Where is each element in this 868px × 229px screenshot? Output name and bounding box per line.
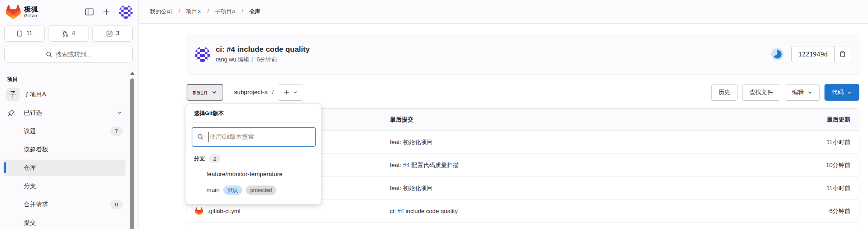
find-file-label: 查找文件	[749, 88, 773, 96]
path-separator: /	[272, 89, 274, 96]
sidebar: 极狐 GitLab	[0, 0, 139, 229]
breadcrumb-separator: /	[242, 8, 243, 14]
global-search-placeholder: 搜索或转到...	[56, 50, 91, 59]
project-name-label: 子项目A	[24, 90, 46, 99]
commit-message[interactable]: ci: #4 include code quality	[390, 208, 458, 214]
sidebar-divider	[0, 68, 138, 68]
sidebar-item-pinned[interactable]: 已钉选	[3, 105, 125, 121]
gitlab-ci-file-icon	[195, 207, 203, 215]
pin-icon	[8, 109, 15, 116]
commits-label: 提交	[24, 219, 36, 227]
active-indicator	[4, 162, 6, 173]
ref-dropdown-title: 选择Git版本	[186, 104, 321, 123]
protected-badge: protected	[246, 186, 276, 195]
history-label: 历史	[718, 88, 730, 96]
sidebar-nav: 项目 子 子项目A 已钉选 议题 7	[3, 72, 125, 229]
merge-requests-counter-button[interactable]: 4	[49, 25, 89, 42]
chevron-down-icon	[847, 90, 852, 95]
sidebar-item-merge-requests[interactable]: 合并请求 0	[3, 196, 125, 212]
issues-badge: 7	[110, 127, 123, 136]
breadcrumb: 我的公司 / 项目X / 子项目A / 仓库	[150, 8, 260, 15]
last-update-time: 10分钟前	[758, 161, 859, 169]
ref-search-input[interactable]	[192, 127, 316, 147]
code-dropdown-button[interactable]: 代码	[824, 84, 859, 101]
sidebar-scrollbar[interactable]	[130, 70, 135, 229]
sidebar-item-issue-boards[interactable]: 议题看板	[3, 141, 125, 157]
default-badge: 默认	[223, 186, 242, 195]
breadcrumb-separator: /	[207, 8, 209, 14]
sidebar-item-project[interactable]: 子 子项目A	[3, 86, 125, 102]
find-file-button[interactable]: 查找文件	[742, 84, 780, 101]
breadcrumb-repository[interactable]: 仓库	[249, 8, 260, 14]
repository-label: 仓库	[24, 164, 36, 172]
commit-message[interactable]: feat: 初始化项目	[390, 139, 433, 145]
gitlab-repository-page: 极狐 GitLab	[0, 0, 868, 229]
search-icon	[46, 51, 52, 58]
clipboard-copy-icon	[839, 51, 846, 58]
commit-sha: 1221949d	[792, 46, 834, 62]
commit-author-avatar[interactable]	[195, 47, 210, 62]
table-row-partial	[187, 223, 859, 229]
collapse-sidebar-icon[interactable]	[85, 8, 94, 16]
edit-dropdown-button[interactable]: 编辑	[785, 84, 820, 101]
main-content: ci: #4 include code quality rang wu 编辑于 …	[139, 24, 868, 229]
global-search-field[interactable]: 搜索或转到...	[4, 46, 133, 63]
breadcrumb-company[interactable]: 我的公司	[150, 8, 172, 14]
chevron-down-icon[interactable]	[117, 110, 123, 116]
gitlab-logo[interactable]: 极狐 GitLab	[6, 5, 38, 19]
breadcrumb-separator: /	[178, 8, 180, 14]
scrollbar-thumb[interactable]	[130, 78, 134, 229]
sidebar-item-issues[interactable]: 议题 7	[3, 123, 125, 139]
text-cursor	[208, 132, 209, 142]
commit-message[interactable]: feat: 初始化项目	[390, 185, 433, 191]
ref-selector-dropdown: 选择Git版本 分支 2 feature/monitor-temperature…	[186, 104, 321, 205]
branch-option-main[interactable]: main 默认 protected	[186, 182, 321, 198]
sidebar-item-commits[interactable]: 提交	[3, 215, 125, 229]
issues-label: 议题	[24, 127, 36, 135]
last-update-time: 11小时前	[758, 184, 859, 192]
history-button[interactable]: 历史	[711, 84, 737, 101]
todos-count: 3	[116, 30, 119, 37]
sidebar-item-repository[interactable]: 仓库	[3, 160, 125, 176]
last-update-time: 6分钟前	[758, 207, 859, 215]
merge-request-icon	[62, 30, 69, 37]
plus-icon	[283, 89, 290, 96]
todos-icon	[106, 30, 113, 37]
ref-toolbar: main subproject-a / 历史 查找文件 编辑	[187, 84, 859, 101]
create-new-icon[interactable]	[102, 8, 110, 16]
issue-ref-link[interactable]: #4	[397, 208, 404, 214]
user-avatar[interactable]	[119, 5, 133, 19]
repo-path-link[interactable]: subproject-a	[234, 89, 268, 96]
issue-boards-label: 议题看板	[24, 145, 48, 154]
file-name[interactable]: .gitlab-ci.yml	[207, 208, 241, 215]
sidebar-item-branches[interactable]: 分支	[3, 178, 125, 194]
breadcrumb-project-x[interactable]: 项目X	[186, 8, 201, 14]
commit-message[interactable]: feat: #4 配置代码质量扫描	[390, 162, 459, 168]
merge-requests-badge: 0	[110, 200, 123, 209]
gitlab-tanuki-icon	[6, 5, 21, 19]
merge-requests-count: 4	[72, 30, 75, 37]
topbar: 我的公司 / 项目X / 子项目A / 仓库	[139, 0, 868, 24]
merge-requests-label: 合并请求	[24, 200, 48, 209]
project-avatar: 子	[6, 88, 19, 101]
add-file-dropdown-button[interactable]	[278, 84, 303, 101]
issue-ref-link[interactable]: #4	[403, 162, 410, 168]
todos-counter-button[interactable]: 3	[92, 25, 133, 42]
commit-title-link[interactable]: ci: #4 include code quality	[216, 45, 310, 54]
commit-author-link[interactable]: rang wu	[216, 56, 236, 63]
pipeline-running-icon[interactable]	[771, 48, 784, 60]
issues-count: 11	[27, 30, 33, 37]
branch-name: main	[206, 187, 220, 194]
last-update-time: 11小时前	[758, 138, 859, 146]
brand-name: 极狐	[24, 6, 38, 13]
scrollbar-up-arrow[interactable]	[130, 72, 134, 75]
branch-selector-button[interactable]: main	[187, 84, 223, 101]
branch-name: feature/monitor-temperature	[206, 171, 283, 178]
breadcrumb-subproject-a[interactable]: 子项目A	[215, 8, 235, 14]
chevron-down-icon	[807, 90, 813, 95]
commit-sha-group: 1221949d	[791, 46, 851, 62]
copy-sha-button[interactable]	[834, 46, 851, 62]
branch-option-feature[interactable]: feature/monitor-temperature	[186, 166, 321, 182]
issues-counter-button[interactable]: 11	[4, 25, 45, 42]
issues-icon	[17, 30, 23, 37]
